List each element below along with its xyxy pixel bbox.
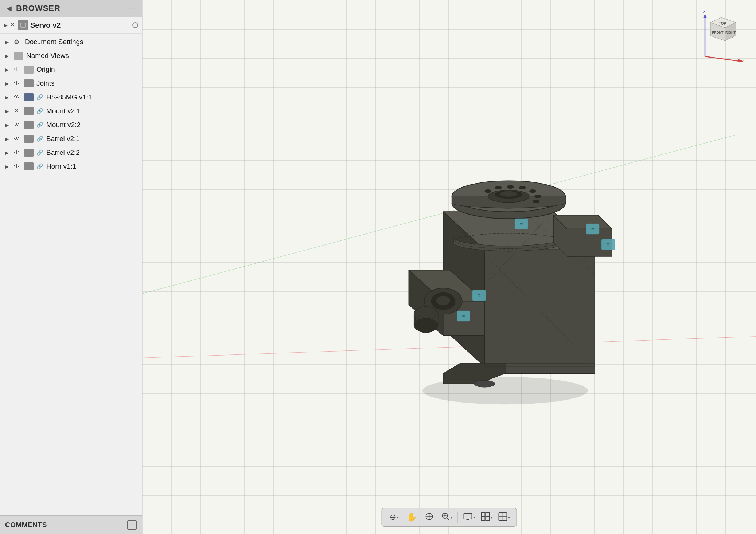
browser-title: BROWSER: [16, 4, 61, 13]
horn-v11-visibility-eye[interactable]: 👁: [14, 163, 21, 170]
zoom-arrow: ▾: [451, 515, 452, 519]
viewcube-svg: Z X TOP FRONT RIGHT: [698, 11, 745, 62]
doc-visibility-eye[interactable]: 👁: [10, 22, 16, 28]
folder-icon-joints: [24, 79, 34, 87]
toolbar-display-button[interactable]: ▾: [461, 510, 477, 524]
grid-arrow: ▾: [491, 515, 492, 519]
toolbar-grid-button[interactable]: ▾: [479, 510, 495, 524]
tree-label-mount-v21: Mount v2:1: [46, 107, 81, 115]
toolbar-view-layout-button[interactable]: ▾: [496, 510, 512, 524]
mount-hole-hub: [436, 296, 450, 305]
origin-visibility-eye[interactable]: 👁: [14, 66, 21, 73]
tree-label-document-settings: Document Settings: [25, 38, 83, 46]
tree-label-barrel-v21: Barrel v2:1: [46, 135, 80, 143]
hs85mg-visibility-eye[interactable]: 👁: [14, 94, 21, 101]
browser-minimize-button[interactable]: —: [129, 4, 137, 12]
viewcube[interactable]: Z X TOP FRONT RIGHT: [698, 11, 745, 58]
move-icon: ⊕: [390, 513, 396, 522]
tree-arrow-document-settings: ▶: [5, 39, 11, 45]
add-comment-button[interactable]: +: [127, 520, 137, 530]
tree-arrow-hs85mg: ▶: [5, 95, 11, 100]
comments-footer: COMMENTS +: [0, 515, 142, 534]
mount-v21-visibility-eye[interactable]: 👁: [14, 108, 21, 114]
tree-arrow-mount-v21: ▶: [5, 109, 11, 114]
svg-text:RIGHT: RIGHT: [725, 31, 736, 34]
tree-item-barrel-v22[interactable]: ▶ 👁 🔗 Barrel v2:2: [0, 146, 142, 160]
browser-panel: ◀ BROWSER — ▶ 👁 Servo v2 ▶ ⚙: [0, 0, 142, 534]
tree-label-hs85mg: HS-85MG v1:1: [46, 93, 92, 101]
browser-header: ◀ BROWSER —: [0, 0, 142, 17]
doc-icon: [18, 20, 28, 30]
tree-label-named-views: Named Views: [26, 52, 69, 60]
tree-item-joints[interactable]: ▶ 👁 Joints: [0, 76, 142, 90]
svg-rect-24: [486, 517, 489, 521]
folder-icon-named-views: [14, 52, 23, 60]
tree-label-barrel-v22: Barrel v2:2: [46, 149, 80, 157]
comments-label: COMMENTS: [5, 521, 47, 529]
toolbar-divider-1: [458, 512, 458, 523]
disc-hole-2: [495, 186, 502, 189]
disc-hole-1: [484, 189, 491, 193]
connector-4-icon: ≡: [478, 292, 480, 298]
link-icon-hs85mg: 🔗: [36, 94, 43, 101]
tree-arrow-named-views: ▶: [5, 53, 11, 59]
toolbar-move-button[interactable]: ⊕ ▾: [386, 510, 402, 524]
link-icon-barrel-v21: 🔗: [36, 136, 43, 142]
link-icon-barrel-v22: 🔗: [36, 149, 43, 156]
tree-item-mount-v21[interactable]: ▶ 👁 🔗 Mount v2:1: [0, 104, 142, 118]
mount-v22-visibility-eye[interactable]: 👁: [14, 122, 21, 128]
svg-line-5: [705, 56, 740, 61]
tree-arrow-joints: ▶: [5, 81, 11, 86]
svg-rect-1: [21, 23, 25, 27]
zoom-icon: [441, 512, 450, 523]
barrel-v22-visibility-eye[interactable]: 👁: [14, 149, 21, 156]
component-icon-horn-v11: [24, 162, 34, 170]
document-header-row[interactable]: ▶ 👁 Servo v2: [0, 17, 142, 34]
tree-arrow-origin: ▶: [5, 67, 11, 72]
svg-text:Z: Z: [703, 11, 706, 15]
tree-item-mount-v22[interactable]: ▶ 👁 🔗 Mount v2:2: [0, 118, 142, 132]
pan-icon: ✋: [407, 513, 417, 522]
component-icon-mount-v22: [24, 121, 34, 129]
document-name: Servo v2: [30, 21, 130, 30]
tree-item-barrel-v21[interactable]: ▶ 👁 🔗 Barrel v2:1: [0, 132, 142, 146]
component-icon-barrel-v21: [24, 135, 34, 143]
tree-item-horn-v11[interactable]: ▶ 👁 🔗 Horn v1:1: [0, 160, 142, 173]
viewport[interactable]: ≡ ≡ ≡ ≡ ≡ Z: [142, 0, 756, 534]
center-hub-core: [500, 191, 517, 197]
disc-hole-4: [519, 186, 526, 189]
tree-label-joints: Joints: [36, 79, 55, 87]
barrel-v21-visibility-eye[interactable]: 👁: [14, 136, 21, 142]
move-arrow: ▾: [397, 515, 399, 519]
toolbar-zoom-button[interactable]: ▾: [439, 510, 455, 524]
disc-hole-5: [529, 189, 536, 193]
disc-hole-3: [507, 185, 514, 189]
doc-collapse-arrow[interactable]: ▶: [4, 22, 8, 28]
joints-visibility-eye[interactable]: 👁: [14, 80, 21, 87]
tree-item-named-views[interactable]: ▶ Named Views: [0, 49, 142, 63]
svg-text:X: X: [741, 59, 744, 62]
tree-item-document-settings[interactable]: ▶ ⚙ Document Settings: [0, 35, 142, 49]
tree-item-origin[interactable]: ▶ 👁 Origin: [0, 63, 142, 76]
base-right: [505, 363, 595, 373]
svg-line-15: [447, 518, 449, 520]
connector-2-icon: ≡: [591, 226, 594, 231]
tree-arrow-barrel-v22: ▶: [5, 150, 11, 156]
view-layout-arrow: ▾: [508, 515, 510, 519]
tree-item-hs85mg[interactable]: ▶ 👁 🔗 HS-85MG v1:1: [0, 90, 142, 104]
toolbar-zoom-fit-button[interactable]: [421, 510, 437, 524]
disc-hole-6: [534, 195, 541, 198]
svg-text:TOP: TOP: [719, 21, 726, 25]
doc-radio-button[interactable]: [132, 22, 138, 28]
connector-3-icon: ≡: [607, 242, 609, 247]
browser-collapse-button[interactable]: ◀: [5, 4, 13, 12]
svg-rect-18: [464, 513, 472, 519]
component-icon-mount-v21: [24, 107, 34, 115]
zoom-fit-icon: [425, 512, 434, 523]
display-icon: [463, 512, 472, 523]
connector-5-icon: ≡: [462, 313, 465, 318]
tree-label-mount-v22: Mount v2:2: [46, 121, 81, 129]
browser-tree: ▶ ⚙ Document Settings ▶ Named Views ▶ 👁 …: [0, 34, 142, 515]
servo-model-area: ≡ ≡ ≡ ≡ ≡: [215, 36, 720, 490]
toolbar-pan-button[interactable]: ✋: [404, 510, 420, 524]
